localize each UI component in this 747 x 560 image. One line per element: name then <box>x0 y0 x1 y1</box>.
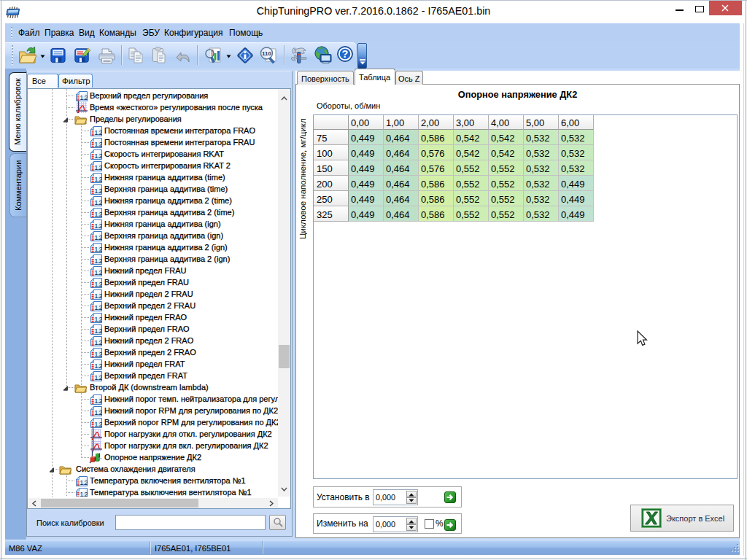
svg-text:1.2: 1.2 <box>94 420 102 428</box>
svg-text:1.2: 1.2 <box>94 315 102 323</box>
svg-text:1.2: 1.2 <box>94 268 102 276</box>
svg-text:1.2: 1.2 <box>94 198 102 206</box>
svg-text:1.2: 1.2 <box>94 245 102 253</box>
svg-text:1.2: 1.2 <box>94 303 102 311</box>
svg-text:1.2: 1.2 <box>94 257 102 265</box>
svg-text:1.2: 1.2 <box>80 490 88 497</box>
svg-text:1.2: 1.2 <box>94 362 102 370</box>
svg-text:1.2: 1.2 <box>94 292 102 300</box>
svg-text:110: 110 <box>262 50 271 57</box>
svg-text:1.2: 1.2 <box>94 280 102 288</box>
svg-text:1.2: 1.2 <box>94 210 102 218</box>
svg-text:1.2: 1.2 <box>94 128 102 136</box>
svg-text:1.2: 1.2 <box>94 222 102 230</box>
svg-text:1.2: 1.2 <box>80 93 88 101</box>
svg-text:1.2: 1.2 <box>94 327 102 335</box>
svg-text:1.2: 1.2 <box>94 140 102 148</box>
svg-text:1.2: 1.2 <box>94 397 102 405</box>
svg-text:1.2: 1.2 <box>94 163 102 171</box>
svg-text:1.2: 1.2 <box>80 478 88 486</box>
svg-text:1.2: 1.2 <box>94 350 102 358</box>
svg-text:1.2: 1.2 <box>94 338 102 346</box>
svg-text:1.2: 1.2 <box>94 408 102 416</box>
svg-text:1.2: 1.2 <box>94 373 102 381</box>
svg-text:1.2: 1.2 <box>94 175 102 183</box>
svg-text:?: ? <box>342 48 349 60</box>
svg-text:1.2: 1.2 <box>94 152 102 160</box>
svg-text:1.2: 1.2 <box>94 233 102 241</box>
svg-text:1.2: 1.2 <box>94 187 102 195</box>
